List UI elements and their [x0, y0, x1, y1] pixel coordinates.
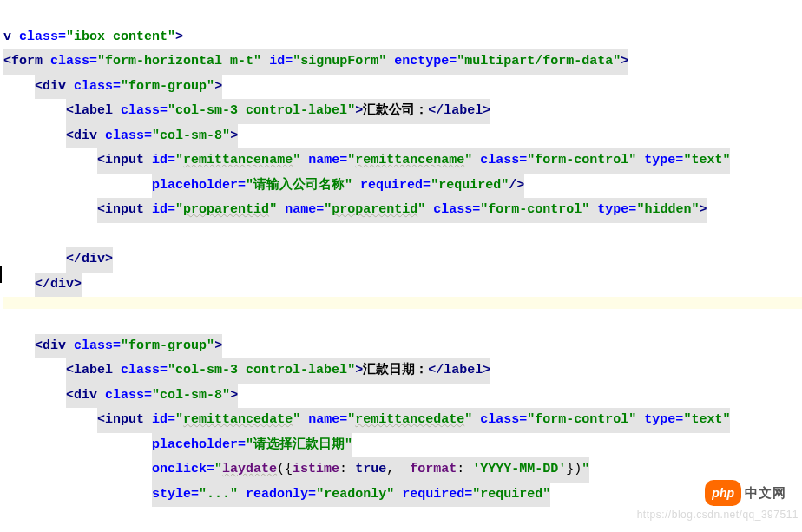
code-line: <div class="col-sm-8">: [66, 384, 238, 409]
code-line: <input id="proparentid" name="proparenti…: [97, 198, 707, 223]
code-viewer: v class="ibox content"> <form class="for…: [0, 0, 802, 532]
code-line: style="..." readonly="readonly" required…: [152, 483, 550, 508]
code-line-partial: v class="ibox content">: [3, 30, 183, 44]
code-line: <div class="col-sm-8">: [66, 124, 238, 149]
code-line: <input id="remittancename" name="remitta…: [97, 148, 730, 174]
code-line: <div class="form-group">: [35, 75, 222, 100]
code-line: <label class="col-sm-3 control-label">汇款…: [66, 358, 490, 384]
code-line: </div>: [35, 273, 82, 298]
code-line-form-open: <form class="form-horizontal m-t" id="si…: [3, 49, 628, 75]
code-line: placeholder="请输入公司名称" required="required…: [152, 174, 524, 199]
text-cursor: [0, 266, 2, 283]
code-line: <input id="remittancedate" name="remitta…: [97, 408, 730, 433]
highlight-current-row: [3, 297, 802, 309]
code-line: onclick="laydate({istime: true, format: …: [152, 457, 589, 483]
code-line: </div>: [66, 247, 113, 273]
code-line: <div class="form-group">: [35, 334, 222, 359]
code-line: placeholder="请选择汇款日期": [152, 433, 352, 458]
code-line: <label class="col-sm-3 control-label">汇款…: [66, 99, 490, 124]
csdn-watermark-url: https://blog.csdn.net/qq_397511: [637, 502, 799, 528]
